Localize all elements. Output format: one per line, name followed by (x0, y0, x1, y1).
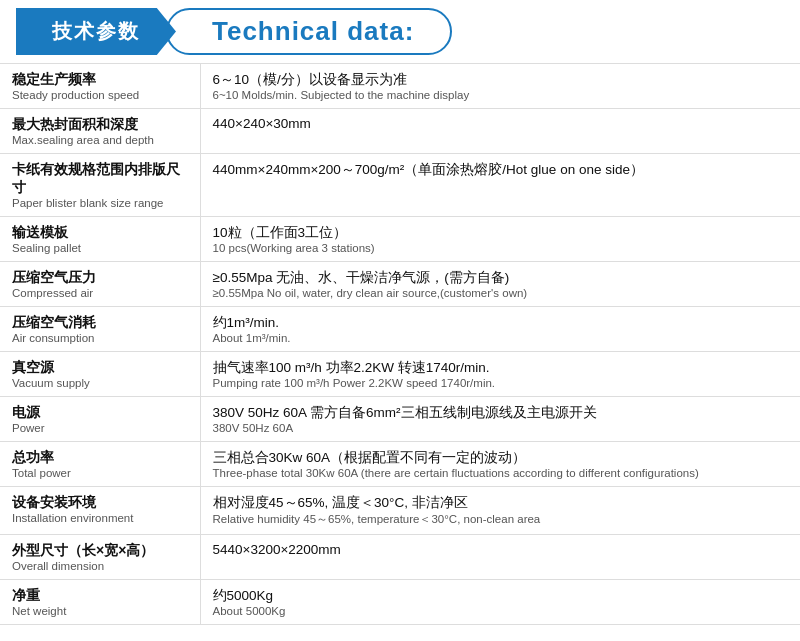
spec-label-cell: 最大热封面积和深度Max.sealing area and depth (0, 109, 200, 154)
label-cn: 卡纸有效规格范围内排版尺寸 (12, 161, 188, 197)
value-main: 约1m³/min. (213, 314, 789, 332)
value-sub: 380V 50Hz 60A (213, 422, 789, 434)
label-cn: 最大热封面积和深度 (12, 116, 188, 134)
value-sub: Three-phase total 30Kw 60A (there are ce… (213, 467, 789, 479)
label-en: Power (12, 422, 188, 434)
value-sub: About 5000Kg (213, 605, 789, 617)
label-en: Overall dimension (12, 560, 188, 572)
table-row: 稳定生产频率Steady production speed6～10（模/分）以设… (0, 64, 800, 109)
table-row: 真空源Vacuum supply抽气速率100 m³/h 功率2.2KW 转速1… (0, 352, 800, 397)
label-cn: 压缩空气消耗 (12, 314, 188, 332)
value-sub: Relative humidity 45～65%, temperature＜30… (213, 512, 789, 527)
label-cn: 真空源 (12, 359, 188, 377)
value-main: 5440×3200×2200mm (213, 542, 789, 557)
spec-label-cell: 真空源Vacuum supply (0, 352, 200, 397)
spec-value-cell: 440×240×30mm (200, 109, 800, 154)
label-en: Paper blister blank size range (12, 197, 188, 209)
label-cn: 电源 (12, 404, 188, 422)
label-en: Vacuum supply (12, 377, 188, 389)
value-main: 440×240×30mm (213, 116, 789, 131)
table-row: 最大热封面积和深度Max.sealing area and depth440×2… (0, 109, 800, 154)
spec-label-cell: 卡纸有效规格范围内排版尺寸Paper blister blank size ra… (0, 154, 200, 217)
value-main: 约5000Kg (213, 587, 789, 605)
spec-table: 稳定生产频率Steady production speed6～10（模/分）以设… (0, 63, 800, 625)
value-main: ≥0.55Mpa 无油、水、干燥洁净气源，(需方自备) (213, 269, 789, 287)
label-en: Sealing pallet (12, 242, 188, 254)
label-en: Air consumption (12, 332, 188, 344)
label-en: Max.sealing area and depth (12, 134, 188, 146)
spec-label-cell: 压缩空气消耗Air consumption (0, 307, 200, 352)
spec-label-cell: 总功率Total power (0, 442, 200, 487)
value-main: 440mm×240mm×200～700g/m²（单面涂热熔胶/Hot glue … (213, 161, 789, 179)
spec-label-cell: 净重Net weight (0, 580, 200, 625)
value-sub: ≥0.55Mpa No oil, water, dry clean air so… (213, 287, 789, 299)
table-row: 总功率Total power三相总合30Kw 60A（根据配置不同有一定的波动）… (0, 442, 800, 487)
label-cn: 外型尺寸（长×宽×高） (12, 542, 188, 560)
spec-value-cell: 5440×3200×2200mm (200, 535, 800, 580)
spec-label-cell: 压缩空气压力Compressed air (0, 262, 200, 307)
spec-value-cell: 440mm×240mm×200～700g/m²（单面涂热熔胶/Hot glue … (200, 154, 800, 217)
table-row: 电源Power380V 50Hz 60A 需方自备6mm²三相五线制电源线及主电… (0, 397, 800, 442)
label-cn: 总功率 (12, 449, 188, 467)
table-row: 外型尺寸（长×宽×高）Overall dimension5440×3200×22… (0, 535, 800, 580)
spec-label-cell: 设备安装环境Installation environment (0, 487, 200, 535)
value-sub: 10 pcs(Working area 3 stations) (213, 242, 789, 254)
table-row: 输送模板Sealing pallet10粒（工作面3工位）10 pcs(Work… (0, 217, 800, 262)
header-cn-label: 技术参数 (16, 8, 176, 55)
table-row: 设备安装环境Installation environment相对湿度45～65%… (0, 487, 800, 535)
label-cn: 压缩空气压力 (12, 269, 188, 287)
label-en: Installation environment (12, 512, 188, 524)
value-sub: 6~10 Molds/min. Subjected to the machine… (213, 89, 789, 101)
label-cn: 净重 (12, 587, 188, 605)
spec-value-cell: 380V 50Hz 60A 需方自备6mm²三相五线制电源线及主电源开关380V… (200, 397, 800, 442)
spec-label-cell: 稳定生产频率Steady production speed (0, 64, 200, 109)
value-sub: Pumping rate 100 m³/h Power 2.2KW speed … (213, 377, 789, 389)
spec-value-cell: 三相总合30Kw 60A（根据配置不同有一定的波动）Three-phase to… (200, 442, 800, 487)
label-en: Compressed air (12, 287, 188, 299)
value-main: 380V 50Hz 60A 需方自备6mm²三相五线制电源线及主电源开关 (213, 404, 789, 422)
label-cn: 输送模板 (12, 224, 188, 242)
spec-value-cell: 相对湿度45～65%, 温度＜30°C, 非洁净区Relative humidi… (200, 487, 800, 535)
table-row: 压缩空气压力Compressed air≥0.55Mpa 无油、水、干燥洁净气源… (0, 262, 800, 307)
value-main: 6～10（模/分）以设备显示为准 (213, 71, 789, 89)
label-en: Net weight (12, 605, 188, 617)
spec-value-cell: ≥0.55Mpa 无油、水、干燥洁净气源，(需方自备)≥0.55Mpa No o… (200, 262, 800, 307)
value-main: 抽气速率100 m³/h 功率2.2KW 转速1740r/min. (213, 359, 789, 377)
value-sub: About 1m³/min. (213, 332, 789, 344)
table-row: 净重Net weight约5000KgAbout 5000Kg (0, 580, 800, 625)
label-cn: 稳定生产频率 (12, 71, 188, 89)
label-cn: 设备安装环境 (12, 494, 188, 512)
label-en: Steady production speed (12, 89, 188, 101)
table-row: 卡纸有效规格范围内排版尺寸Paper blister blank size ra… (0, 154, 800, 217)
spec-label-cell: 外型尺寸（长×宽×高）Overall dimension (0, 535, 200, 580)
spec-value-cell: 约1m³/min.About 1m³/min. (200, 307, 800, 352)
label-en: Total power (12, 467, 188, 479)
spec-value-cell: 10粒（工作面3工位）10 pcs(Working area 3 station… (200, 217, 800, 262)
spec-value-cell: 约5000KgAbout 5000Kg (200, 580, 800, 625)
page-header: 技术参数 Technical data: (0, 0, 800, 63)
spec-value-cell: 6～10（模/分）以设备显示为准6~10 Molds/min. Subjecte… (200, 64, 800, 109)
value-main: 相对湿度45～65%, 温度＜30°C, 非洁净区 (213, 494, 789, 512)
value-main: 10粒（工作面3工位） (213, 224, 789, 242)
table-row: 压缩空气消耗Air consumption约1m³/min.About 1m³/… (0, 307, 800, 352)
value-main: 三相总合30Kw 60A（根据配置不同有一定的波动） (213, 449, 789, 467)
header-en-label: Technical data: (166, 8, 452, 55)
spec-value-cell: 抽气速率100 m³/h 功率2.2KW 转速1740r/min.Pumping… (200, 352, 800, 397)
spec-label-cell: 输送模板Sealing pallet (0, 217, 200, 262)
spec-label-cell: 电源Power (0, 397, 200, 442)
